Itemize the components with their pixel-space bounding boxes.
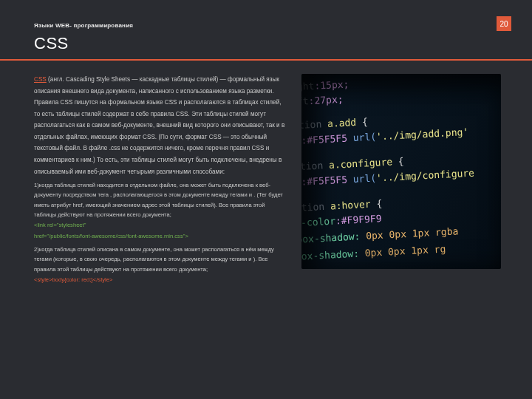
- img-l5b: a.configure: [329, 156, 393, 170]
- img-l2b: :27px;: [308, 94, 344, 106]
- img-l4c: url(: [352, 131, 376, 143]
- list-item-2: 2)когда таблица стилей описана в самом д…: [34, 245, 288, 274]
- img-l5a: tion: [301, 160, 329, 172]
- img-l1b: :15px;: [314, 78, 349, 91]
- accent-rule: [0, 59, 532, 61]
- content-area: CSS (англ. Cascading Style Sheets — каск…: [0, 74, 532, 399]
- item-1-text: когда таблица стилей находится в отдельн…: [34, 182, 283, 218]
- page-title: CSS: [34, 34, 69, 53]
- img-l4d: '../img/add.png': [376, 126, 469, 143]
- img-l7b: a:hover: [330, 199, 372, 212]
- item-1-number: 1): [34, 182, 39, 188]
- img-l9a: it-box-shadow:: [301, 231, 361, 246]
- img-l1a: ght: [301, 81, 315, 92]
- img-l10b: 0px 0px 1px rg: [364, 243, 446, 259]
- code-snippet-1-line-2: href="/public/fonts/font-awesome/css/fon…: [34, 232, 288, 242]
- item-2-number: 2): [34, 246, 39, 253]
- img-l3b: a.add: [327, 117, 357, 129]
- code-editor-image: ght:15px; ft:27px; tion a.add { und:#F5F…: [301, 74, 501, 269]
- list-item-1: 1)когда таблица стилей находится в отдел…: [34, 180, 288, 219]
- img-l8b: color: [307, 216, 336, 228]
- image-column: ght:15px; ft:27px; tion a.add { und:#F5F…: [296, 74, 532, 399]
- img-l7c: {: [370, 198, 382, 210]
- code-snippet-1-line-1: <link rel="stylesheet": [34, 221, 288, 231]
- img-l3a: tion: [301, 118, 327, 131]
- img-l6b: :#F5F5F5: [301, 174, 353, 188]
- intro-paragraph: CSS (англ. Cascading Style Sheets — каск…: [34, 74, 288, 97]
- css-link[interactable]: CSS: [34, 76, 47, 83]
- item-2-text: когда таблица стилей описана в самом док…: [34, 246, 274, 273]
- intro-text: (англ. Cascading Style Sheets — каскадны…: [34, 76, 279, 95]
- img-l4b: :#F5F5F5: [301, 132, 353, 146]
- img-l3c: {: [356, 116, 368, 128]
- breadcrumb: Языки WEB- программирования: [34, 22, 133, 29]
- text-column: CSS (англ. Cascading Style Sheets — каск…: [0, 74, 296, 399]
- code-snippet-2: <style>body{color: red;}</style>: [34, 276, 288, 285]
- page-number-badge: 20: [497, 16, 511, 31]
- img-l10a: box-shadow:: [301, 248, 359, 262]
- paragraph-2: Правила CSS пишутся на формальном языке …: [34, 97, 288, 177]
- img-l5c: {: [392, 156, 404, 168]
- img-l7a: ation: [301, 201, 330, 214]
- img-l8c: :#F9F9F9: [335, 213, 382, 226]
- img-l9b: 0px 0px 1px rgba: [366, 225, 459, 242]
- img-l6c: url(: [352, 172, 376, 185]
- img-l6d: '../img/configure: [376, 167, 475, 183]
